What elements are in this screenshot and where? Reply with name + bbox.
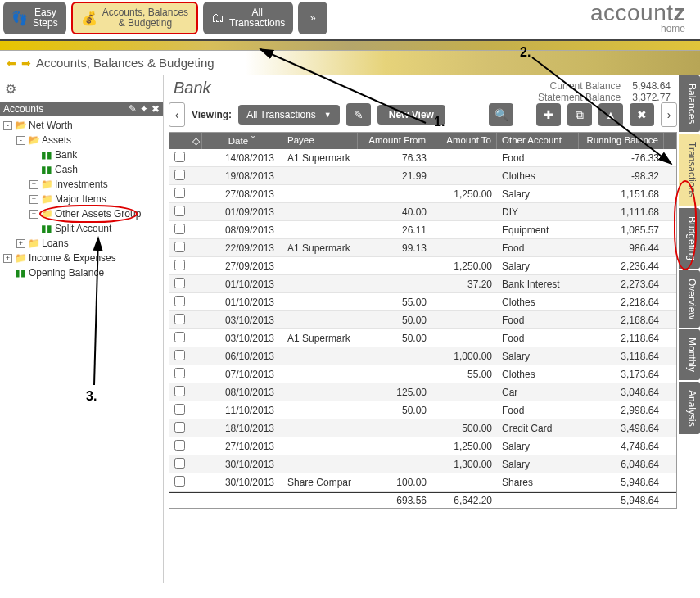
row-checkbox[interactable] xyxy=(174,206,185,216)
cell-date: 27/09/2013 xyxy=(202,259,282,274)
table-row[interactable]: 30/10/20131,300.00Salary6,048.64 xyxy=(169,455,676,473)
stamp-button[interactable]: ▲ xyxy=(598,103,623,126)
table-row[interactable]: 22/09/2013A1 Supermark99.13Food986.44 xyxy=(169,239,676,257)
tab-budgeting[interactable]: Budgeting xyxy=(679,208,700,269)
tab-overview[interactable]: Overview xyxy=(679,270,700,328)
row-checkbox[interactable] xyxy=(174,332,185,342)
cell-amount-to: 1,300.00 xyxy=(431,457,497,472)
table-row[interactable]: 01/09/201340.00DIY1,111.68 xyxy=(169,203,676,221)
scroll-left-button[interactable]: ‹ xyxy=(169,102,185,127)
gear-icon[interactable]: ⚙ xyxy=(5,81,16,97)
tab-transactions[interactable]: Transactions xyxy=(679,134,700,206)
table-row[interactable]: 01/10/201355.00Clothes2,218.64 xyxy=(169,293,676,311)
chevron-double-right-icon: » xyxy=(310,12,316,24)
tree-item-label: Cash xyxy=(55,164,78,175)
table-row[interactable]: 03/10/201350.00Food2,168.64 xyxy=(169,311,676,329)
table-footer: 693.56 6,642.20 5,948.64 xyxy=(169,492,676,508)
col-amount-to[interactable]: Amount To xyxy=(431,133,497,149)
nav-all-transactions[interactable]: 🗂 All Transactions xyxy=(203,2,293,34)
table-row[interactable]: 11/10/201350.00Food2,998.64 xyxy=(169,401,676,419)
row-checkbox[interactable] xyxy=(174,260,185,270)
table-row[interactable]: 03/10/2013A1 Supermark50.00Food2,118.64 xyxy=(169,329,676,347)
nav-easy-steps[interactable]: 👣 Easy Steps xyxy=(3,2,66,34)
tab-monthly[interactable]: Monthly xyxy=(679,329,700,380)
nav-more[interactable]: » xyxy=(298,2,327,34)
expander-icon[interactable]: + xyxy=(16,239,25,248)
row-checkbox[interactable] xyxy=(174,224,185,234)
row-checkbox[interactable] xyxy=(174,368,185,378)
tree-item-bank[interactable]: ▮▮Bank xyxy=(0,147,163,162)
back-button[interactable]: ⬅ xyxy=(7,57,16,70)
wand-icon[interactable]: ✦ xyxy=(140,103,148,115)
col-date[interactable]: Date ˅ xyxy=(202,133,282,149)
expander-icon[interactable]: + xyxy=(29,210,38,219)
col-checkbox[interactable] xyxy=(169,133,187,149)
row-checkbox[interactable] xyxy=(174,458,185,469)
row-checkbox[interactable] xyxy=(174,404,185,415)
tree-item-split-account[interactable]: ▮▮Split Account xyxy=(0,221,163,236)
row-checkbox[interactable] xyxy=(174,278,185,288)
table-body[interactable]: 14/08/2013A1 Supermark76.33Food-76.3319/… xyxy=(169,149,676,492)
collapse-icon[interactable]: ✖ xyxy=(151,103,160,115)
row-checkbox[interactable] xyxy=(174,170,185,180)
col-other-account[interactable]: Other Account xyxy=(497,133,579,149)
table-row[interactable]: 27/09/20131,250.00Salary2,236.44 xyxy=(169,257,676,275)
col-payee[interactable]: Payee xyxy=(282,133,358,149)
expander-icon[interactable]: + xyxy=(29,180,38,189)
table-row[interactable]: 08/09/201326.11Equipment1,085.57 xyxy=(169,221,676,239)
table-row[interactable]: 14/08/2013A1 Supermark76.33Food-76.33 xyxy=(169,149,676,167)
cell-amount-from: 125.00 xyxy=(358,385,431,400)
row-checkbox[interactable] xyxy=(174,350,185,360)
tree-item-net-worth[interactable]: -📂Net Worth xyxy=(0,118,163,133)
search-button[interactable]: 🔍 xyxy=(489,103,513,126)
row-checkbox[interactable] xyxy=(174,242,185,252)
pencil-icon[interactable]: ✎ xyxy=(129,103,137,115)
table-row[interactable]: 18/10/2013500.00Credit Card3,498.64 xyxy=(169,419,676,437)
row-checkbox[interactable] xyxy=(174,476,185,487)
table-row[interactable]: 08/10/2013125.00Car3,048.64 xyxy=(169,383,676,401)
row-checkbox[interactable] xyxy=(174,314,185,324)
table-row[interactable]: 06/10/20131,000.00Salary3,118.64 xyxy=(169,347,676,365)
table-row[interactable]: 27/08/20131,250.00Salary1,151.68 xyxy=(169,185,676,203)
cell-date: 18/10/2013 xyxy=(202,421,282,436)
col-running-balance[interactable]: Running Balance xyxy=(579,133,664,149)
table-row[interactable]: 27/10/20131,250.00Salary4,748.64 xyxy=(169,437,676,455)
col-amount-from[interactable]: Amount From xyxy=(358,133,431,149)
expander-icon[interactable]: + xyxy=(29,195,38,204)
row-checkbox[interactable] xyxy=(174,440,185,451)
duplicate-button[interactable]: ⧉ xyxy=(567,103,592,126)
table-row[interactable]: 07/10/201355.00Clothes3,173.64 xyxy=(169,365,676,383)
expander-icon[interactable]: + xyxy=(3,254,12,263)
row-checkbox[interactable] xyxy=(174,422,185,433)
tree-item-major-items[interactable]: +📁Major Items xyxy=(0,192,163,206)
forward-button[interactable]: ➡ xyxy=(21,57,31,70)
new-view-button[interactable]: New View xyxy=(377,105,445,125)
scroll-right-button[interactable]: › xyxy=(661,102,677,127)
edit-view-button[interactable]: ✎ xyxy=(346,103,371,126)
table-row[interactable]: 19/08/201321.99Clothes-98.32 xyxy=(169,167,676,185)
col-pin[interactable]: ◇ xyxy=(187,133,202,149)
tree-item-income-expenses[interactable]: +📁Income & Expenses xyxy=(0,251,163,265)
table-row[interactable]: 01/10/201337.20Bank Interest2,273.64 xyxy=(169,275,676,293)
nav-accounts-budgeting[interactable]: 💰 Accounts, Balances & Budgeting xyxy=(71,2,198,34)
tab-balances[interactable]: Balances xyxy=(679,75,700,132)
tree-item-opening-balance[interactable]: ▮▮Opening Balance xyxy=(0,265,163,280)
tree-item-assets[interactable]: -📂Assets xyxy=(0,133,163,147)
accounts-tree[interactable]: -📂Net Worth-📂Assets▮▮Bank▮▮Cash+📁Investm… xyxy=(0,116,163,282)
delete-button[interactable]: ✖ xyxy=(630,103,654,126)
row-checkbox[interactable] xyxy=(174,386,185,396)
cell-other-account: Clothes xyxy=(497,295,579,310)
table-row[interactable]: 30/10/2013Share Compar100.00Shares5,948.… xyxy=(169,473,676,492)
add-button[interactable]: ✚ xyxy=(536,103,561,126)
row-checkbox[interactable] xyxy=(174,152,185,162)
tab-analysis[interactable]: Analysis xyxy=(679,382,700,435)
tree-item-investments[interactable]: +📁Investments xyxy=(0,177,163,192)
tree-item-loans[interactable]: +📁Loans xyxy=(0,236,163,251)
row-checkbox[interactable] xyxy=(174,296,185,306)
expander-icon[interactable]: - xyxy=(3,121,12,130)
expander-icon[interactable]: - xyxy=(16,136,25,145)
row-checkbox[interactable] xyxy=(174,188,185,198)
tree-item-cash[interactable]: ▮▮Cash xyxy=(0,162,163,177)
tree-item-other-assets-group[interactable]: +📁Other Assets Group xyxy=(0,206,163,221)
view-dropdown[interactable]: All Transactions ▼ xyxy=(238,105,340,125)
